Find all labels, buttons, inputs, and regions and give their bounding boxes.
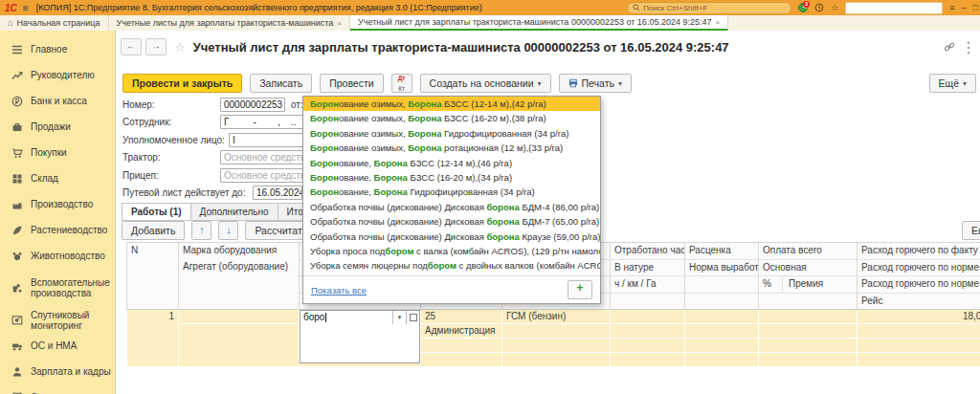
item-text: БЗСС (16-20 м),(34 р/га) — [408, 172, 512, 183]
maximize-button[interactable]: □ — [973, 3, 978, 12]
close-tab-icon[interactable]: × — [337, 19, 342, 28]
dropdown-item-10[interactable]: Уборка проса подбором с валка (комбайн A… — [303, 244, 600, 258]
show-all-link[interactable]: Показать все — [311, 285, 367, 296]
dropdown-item-1[interactable]: Боронование озимых, Борона БЗСС (16-20 м… — [303, 111, 600, 125]
matched-text: Борона — [408, 113, 441, 123]
table-more-button[interactable]: Ещё ▾ — [962, 221, 980, 240]
fuel-fact-cell[interactable]: 18,00 — [858, 310, 980, 324]
dropdown-item-11[interactable]: Уборка семян люцерны подбором с двойных … — [303, 258, 600, 273]
waybill-valid-label: Путевой лист действует до: — [122, 187, 253, 198]
chevron-down-icon: ▾ — [538, 79, 542, 88]
post-button[interactable]: Провести — [320, 74, 383, 93]
dropdown-item-9[interactable]: Обработка почвы (дискование) Дисковая бо… — [303, 230, 600, 244]
history-icon[interactable] — [814, 3, 824, 12]
sidebar-item-tractor[interactable]: Вспомогательные производства — [0, 269, 115, 307]
fuel-kind-cell[interactable]: ГСМ (бензин) — [502, 310, 610, 324]
matched-text: борона — [486, 231, 519, 242]
post-and-close-button[interactable]: Провести и закрыть — [122, 74, 242, 93]
sidebar-item-person[interactable]: Зарплата и кадры — [0, 359, 115, 384]
tab-label: Учетный лист для зарплаты тракториста-ма… — [358, 17, 711, 27]
toolbar-more-button[interactable]: Ещё ▾ — [929, 74, 977, 93]
tab-label: Начальная страница — [16, 18, 100, 28]
main-menu-icon[interactable]: ≡ — [23, 3, 29, 13]
matched-text: Борон — [310, 186, 339, 197]
sidebar-item-label: Растениеводство — [31, 225, 107, 235]
sidebar-item-animal[interactable]: Животноводство — [0, 243, 115, 269]
sidebar-item-trend[interactable]: Руководителю — [0, 62, 115, 88]
window-tab-0[interactable]: ⌂Начальная страница — [0, 15, 109, 31]
window-tab-1[interactable]: Учетные листы для зарплаты тракториста-м… — [109, 15, 350, 31]
get-link-icon[interactable] — [944, 41, 955, 53]
dropdown-item-0[interactable]: Боронование озимых, Борона БЗСС (12-14 м… — [303, 97, 600, 111]
sidebar-item-truck[interactable]: ОС и НМА — [0, 333, 115, 359]
forward-button[interactable]: → — [145, 38, 167, 55]
matched-text: борона — [486, 202, 519, 212]
work-cell-editor[interactable]: боро ▾ — [300, 310, 420, 363]
sidebar-item-cart[interactable]: Покупки — [0, 140, 115, 165]
sidebar-item-plant[interactable]: Растениеводство — [0, 217, 115, 243]
dtkt-postings-button[interactable]: Дт Кт — [391, 74, 412, 93]
item-text: Обработка почвы (дискование) Дисковая — [310, 202, 486, 212]
tab-additional[interactable]: Дополнительно — [190, 203, 278, 221]
dropdown-item-6[interactable]: Боронование, Борона Гидрофицированная (3… — [303, 185, 600, 199]
number-input[interactable]: 00000002253 — [220, 98, 285, 112]
print-button[interactable]: Печать ▾ — [559, 74, 632, 93]
matched-text: Борона — [374, 158, 408, 168]
1c-logo: 1С — [5, 3, 17, 13]
dept-name-cell[interactable]: Администрация — [421, 324, 501, 339]
service-menu-icon[interactable]: ≡ — [949, 3, 954, 12]
sidebar-item-sales[interactable]: Продажи — [0, 114, 115, 140]
sidebar-item-menu[interactable]: Главное — [0, 36, 115, 62]
item-text: ование озимых, — [339, 142, 408, 153]
sidebar-item-label: Зарплата и кадры — [31, 366, 111, 377]
save-button[interactable]: Записать — [250, 74, 312, 93]
search-icon — [633, 4, 640, 11]
sidebar-item-warehouse[interactable]: Склад — [0, 165, 115, 191]
sidebar-item-bank[interactable]: Банк и касса — [0, 88, 115, 114]
dropdown-toggle-button[interactable]: ▾ — [392, 311, 406, 324]
create-on-basis-button[interactable]: Создать на основании ▾ — [420, 74, 551, 93]
close-tab-icon[interactable]: × — [715, 18, 720, 27]
favorite-star-icon[interactable]: ☆ — [174, 40, 186, 55]
move-down-button[interactable]: ↓ — [218, 221, 238, 240]
dropdown-item-3[interactable]: Боронование озимых, Борона ротационная (… — [303, 141, 600, 155]
tab-works[interactable]: Работы (1) — [122, 203, 190, 221]
table-row[interactable]: 1 боро ▾ 25 Администрация — [126, 310, 980, 366]
item-text: БЗСС (12-14 м),(42 р/га) — [441, 98, 546, 109]
back-button[interactable]: ← — [121, 38, 142, 55]
kt-label: Кт — [398, 85, 405, 92]
item-text: БЗСС (16-20 м),(38 р/га) — [441, 113, 546, 123]
add-new-item-button[interactable]: + — [568, 280, 592, 299]
sidebar-item-factory[interactable]: Производство — [0, 191, 115, 217]
dropdown-item-7[interactable]: Обработка почвы (дискование) Дисковая бо… — [303, 200, 600, 214]
window-tab-2[interactable]: Учетный лист для зарплаты тракториста-ма… — [350, 15, 728, 31]
item-text: БЗСС (12-14 м),(46 р/га) — [408, 158, 512, 168]
authorized-person-label: Уполномоченное лицо: — [122, 135, 229, 145]
dropdown-item-2[interactable]: Боронование озимых, Борона Гидрофицирова… — [303, 126, 600, 141]
sidebar-item-satellite[interactable]: Спутниковый мониторинг — [0, 307, 115, 333]
item-text: ротационная (12 м),(33 р/га) — [441, 142, 563, 153]
open-list-button[interactable] — [406, 311, 419, 324]
dropdown-item-8[interactable]: Обработка почвы (дискование) Дисковая бо… — [303, 214, 600, 229]
notifications-icon[interactable]: 3 — [798, 3, 808, 12]
dept-code-cell[interactable]: 25 — [421, 310, 501, 324]
minimize-button[interactable]: – — [962, 3, 967, 12]
user-area[interactable] — [845, 2, 943, 14]
more-dots-icon[interactable]: ⋮ — [961, 38, 976, 56]
global-search-input[interactable]: Поиск Ctrl+Shift+F — [627, 2, 791, 14]
dropdown-item-4[interactable]: Боронование, Борона БЗСС (12-14 м),(46 р… — [303, 156, 600, 170]
item-text: Уборка проса под — [310, 246, 385, 256]
satellite-icon — [11, 315, 23, 326]
add-row-button[interactable]: Добавить — [122, 221, 185, 240]
truck-icon — [11, 340, 23, 352]
item-text: Гидрофицированная (34 р/га) — [441, 128, 568, 139]
item-text: БДМ-7 (65,00 р/га) — [520, 216, 600, 227]
tab-label: Учетные листы для зарплаты тракториста-м… — [117, 18, 334, 28]
sidebar-item-operations[interactable]: Операции — [0, 384, 115, 394]
dropdown-item-5[interactable]: Боронование, Борона БЗСС (16-20 м),(34 р… — [303, 170, 600, 185]
favorites-star-icon[interactable]: ☆ — [831, 3, 838, 12]
search-placeholder: Поиск Ctrl+Shift+F — [643, 4, 707, 12]
waybill-date-input[interactable]: 16.05.2024 — [253, 186, 302, 200]
menu-icon — [11, 44, 23, 55]
move-up-button[interactable]: ↑ — [191, 221, 212, 240]
